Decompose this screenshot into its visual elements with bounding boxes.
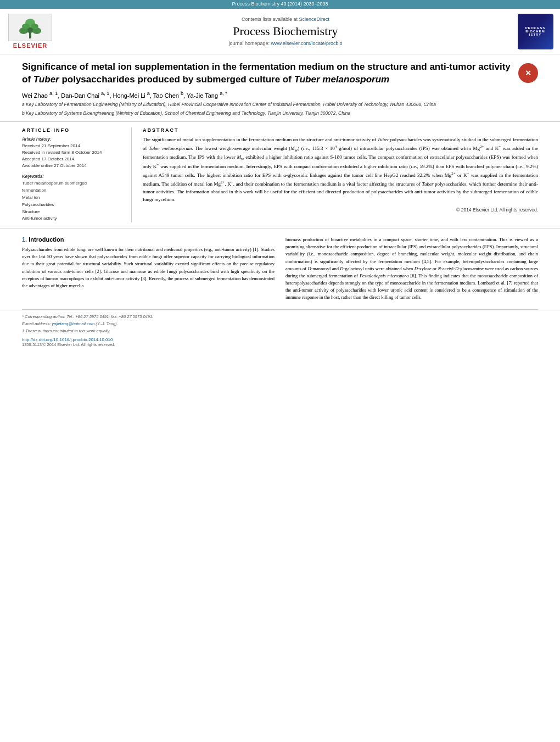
header-center: Contents lists available at ScienceDirec…	[60, 16, 511, 46]
two-col-section: ARTICLE INFO Article history: Received 2…	[0, 122, 560, 228]
svg-point-5	[22, 24, 30, 29]
article-title-row: Significance of metal ion supplementatio…	[22, 61, 538, 86]
body-left-col: 1. Introduction Polysaccharides from edi…	[22, 236, 275, 302]
body-right-col: biomass production of bioactive metaboli…	[285, 236, 538, 302]
email-note: E-mail address: yajietang@hotmail.com (Y…	[22, 321, 538, 327]
svg-point-6	[31, 24, 38, 29]
article-info-section: Article history: Received 21 September 2…	[22, 136, 123, 222]
italic-tuber1: Tuber	[33, 74, 59, 85]
elsevier-tree-image	[8, 14, 52, 41]
copyright-line: © 2014 Elsevier Ltd. All rights reserved…	[143, 207, 538, 213]
abstract-header: ABSTRACT	[143, 127, 538, 133]
contents-line: Contents lists available at ScienceDirec…	[60, 16, 511, 22]
email-link[interactable]: yajietang@hotmail.com	[52, 321, 94, 326]
section-number: 1.	[22, 236, 27, 243]
article-title: Significance of metal ion supplementatio…	[22, 61, 513, 86]
pb-logo-box: PROCESSBIOCHEMISTRY	[518, 14, 553, 49]
article-area: Significance of metal ion supplementatio…	[0, 54, 560, 122]
pb-logo-text: PROCESSBIOCHEMISTRY	[525, 26, 545, 36]
received-date: Received 21 September 2014	[22, 143, 123, 149]
doi-area: http://dx.doi.org/10.1016/j.procbio.2014…	[22, 337, 538, 342]
keyword-5: Structure	[22, 209, 123, 216]
journal-header: ELSEVIER Contents lists available at Sci…	[0, 8, 560, 54]
keyword-6: Anti-tumor activity	[22, 215, 123, 222]
affiliation-b: b Key Laboratory of Systems Bioengineeri…	[22, 110, 538, 117]
italic-tuber-melanosporum: Tuber melanosporum	[294, 74, 390, 85]
keyword-4: Polysaccharides	[22, 202, 123, 209]
journal-reference-text: Process Biochemistry 49 (2014) 2030–2038	[232, 1, 328, 7]
authors-line: Wei Zhao a, 1, Dan-Dan Chai a, 1, Hong-M…	[22, 91, 538, 99]
footnote-1: 1 These authors contributed to this work…	[22, 328, 538, 334]
intro-section-title: 1. Introduction	[22, 236, 275, 243]
corresponding-author-note: * Corresponding author. Tel.: +86 27 597…	[22, 314, 538, 320]
received-revised-date: Received in revised form 8 October 2014	[22, 149, 123, 156]
accepted-date: Accepted 17 October 2014	[22, 156, 123, 163]
journal-title: Process Biochemistry	[60, 24, 511, 38]
sciencedirect-link[interactable]: ScienceDirect	[299, 16, 330, 22]
keyword-2: fermentation	[22, 187, 123, 194]
elsevier-tree-svg	[14, 15, 47, 40]
article-info-header: ARTICLE INFO	[22, 127, 123, 133]
body-content: 1. Introduction Polysaccharides from edi…	[0, 228, 560, 309]
homepage-label: journal homepage:	[228, 41, 270, 46]
elsevier-text: ELSEVIER	[13, 42, 47, 49]
article-info-col: ARTICLE INFO Article history: Received 2…	[22, 127, 132, 222]
elsevier-logo: ELSEVIER	[5, 14, 55, 49]
crossmark-icon: ✕	[518, 63, 538, 83]
crossmark-badge[interactable]: ✕	[518, 63, 538, 83]
keyword-1: Tuber melanosporum submerged	[22, 180, 123, 187]
email-suffix: (Y.-J. Tang).	[96, 321, 117, 326]
abstract-col: ABSTRACT The significance of metal ion s…	[143, 127, 538, 222]
issn-line: 1359-5113/© 2014 Elsevier Ltd. All right…	[22, 342, 538, 347]
journal-reference-bar: Process Biochemistry 49 (2014) 2030–2038	[0, 0, 560, 8]
keywords-list: Tuber melanosporum submerged fermentatio…	[22, 180, 123, 222]
affiliation-a: a Key Laboratory of Fermentation Enginee…	[22, 102, 538, 108]
keywords-label: Keywords:	[22, 174, 123, 179]
body-left-text: Polysaccharides from edible fungi are we…	[22, 246, 275, 289]
doi-link[interactable]: http://dx.doi.org/10.1016/j.procbio.2014…	[22, 337, 113, 342]
section-label: Introduction	[29, 236, 64, 243]
abstract-body: The significance of metal ion supplement…	[143, 136, 538, 203]
online-date: Available online 27 October 2014	[22, 163, 123, 169]
homepage-link[interactable]: www.elsevier.com/locate/procbio	[271, 41, 343, 46]
contents-text: Contents lists available at	[242, 16, 298, 22]
body-right-text: biomass production of bioactive metaboli…	[285, 236, 538, 302]
footer-area: * Corresponding author. Tel.: +86 27 597…	[0, 310, 560, 351]
email-label: E-mail address:	[22, 321, 52, 326]
keyword-3: Metal ion	[22, 194, 123, 202]
history-label: Article history:	[22, 136, 123, 142]
homepage-line: journal homepage: www.elsevier.com/locat…	[60, 41, 511, 46]
journal-logo: PROCESSBIOCHEMISTRY	[516, 12, 555, 51]
